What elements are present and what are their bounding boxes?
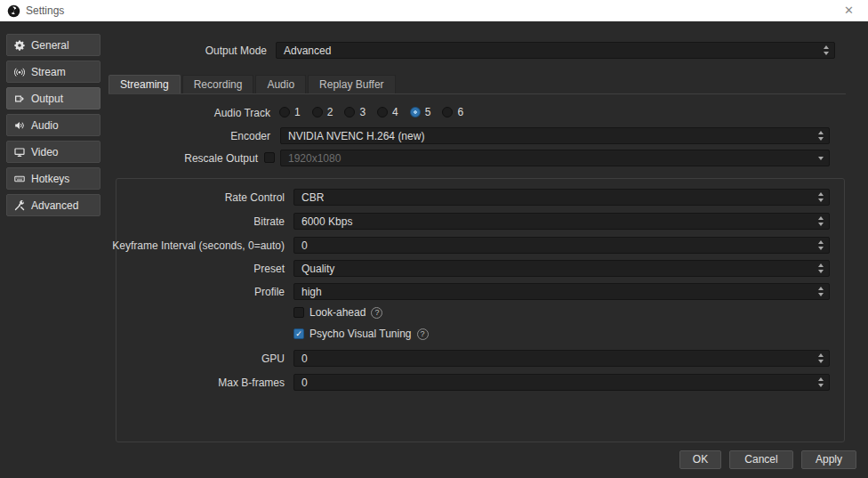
radio-icon [377,107,388,117]
sidebar-item-video[interactable]: Video [6,141,100,163]
rescale-output-label: Rescale Output [114,152,258,165]
sidebar-item-output[interactable]: Output [6,87,100,109]
tab-replay-buffer[interactable]: Replay Buffer [308,75,396,93]
sidebar-item-advanced[interactable]: Advanced [6,194,100,216]
dropdown-arrows-icon[interactable] [822,43,831,58]
help-icon[interactable]: ? [371,307,382,319]
sidebar-item-general[interactable]: General [6,34,100,56]
radio-icon [442,107,453,117]
look-ahead-label: Look-ahead [309,306,366,319]
radio-label: 5 [425,106,431,118]
spinner-arrows-icon[interactable] [816,238,825,253]
preset-select[interactable]: Quality [293,260,830,277]
titlebar: Settings ✕ [0,0,868,21]
sidebar-item-label: Video [31,146,58,158]
sidebar-item-label: Hotkeys [31,173,69,185]
bitrate-label: Bitrate [123,215,285,228]
obs-logo-icon [7,4,20,18]
rescale-output-select[interactable]: 1920x1080 [280,150,830,166]
psycho-visual-tuning-checkbox[interactable]: ✓ [293,328,304,339]
output-mode-label: Output Mode [114,45,267,57]
tab-label: Recording [194,78,243,91]
gpu-label: GPU [123,352,285,365]
spinner-arrows-icon[interactable] [816,351,825,366]
radio-icon [312,107,323,117]
encoder-label: Encoder [114,130,270,142]
keyframe-interval-value: 0 [301,239,308,252]
keyframe-interval-spinbox[interactable]: 0 [293,237,830,254]
gear-icon [14,40,25,51]
audio-track-radio-5[interactable]: 5 [410,106,431,118]
broadcast-icon [14,67,25,77]
tab-label: Streaming [120,78,169,91]
audio-track-radio-6[interactable]: 6 [442,106,463,118]
sidebar-item-label: General [31,39,69,52]
speaker-icon [14,120,25,131]
spinner-arrows-icon[interactable] [816,214,825,229]
ok-button[interactable]: OK [679,450,721,469]
radio-label: 1 [294,106,301,118]
psycho-visual-tuning-row: ✓ Psycho Visual Tuning ? [293,328,429,340]
help-icon[interactable]: ? [417,328,429,340]
gpu-value: 0 [301,352,308,365]
close-button[interactable]: ✕ [837,0,861,21]
profile-select[interactable]: high [293,283,830,300]
output-tabs: Streaming Recording Audio Replay Buffer [108,75,396,94]
tab-streaming[interactable]: Streaming [108,75,181,93]
output-mode-select[interactable]: Advanced [276,42,835,59]
dropdown-arrows-icon[interactable] [816,284,825,299]
dropdown-arrows-icon[interactable] [816,261,825,276]
max-b-frames-spinbox[interactable]: 0 [293,374,830,391]
audio-track-label: Audio Track [114,107,270,119]
dropdown-arrows-icon[interactable] [816,128,825,143]
sidebar-item-label: Advanced [31,199,78,212]
sidebar-item-label: Stream [31,66,66,78]
sidebar-item-label: Audio [31,119,59,132]
bitrate-spinbox[interactable]: 6000 Kbps [293,213,830,230]
radio-label: 3 [359,106,366,118]
dropdown-arrow-icon[interactable] [816,150,825,166]
audio-track-radio-1[interactable]: 1 [279,106,301,118]
radio-label: 6 [457,106,463,118]
max-b-frames-label: Max B-frames [123,377,285,389]
radio-checked-icon [410,107,421,117]
output-icon [14,93,25,104]
gpu-spinbox[interactable]: 0 [293,350,830,367]
rate-control-label: Rate Control [123,191,285,204]
bitrate-value: 6000 Kbps [301,215,352,228]
cancel-button[interactable]: Cancel [729,450,793,469]
rate-control-select[interactable]: CBR [293,189,830,206]
rate-control-value: CBR [301,191,324,204]
audio-track-radio-3[interactable]: 3 [344,106,366,118]
audio-track-options: 1 2 3 4 5 6 [279,106,463,118]
look-ahead-checkbox[interactable] [293,307,304,318]
psycho-visual-tuning-label: Psycho Visual Tuning [309,328,412,340]
settings-window: Settings ✕ General Stream Output Audio V… [0,0,868,478]
radio-label: 2 [327,106,334,118]
rescale-output-checkbox[interactable] [264,152,275,163]
encoder-select[interactable]: NVIDIA NVENC H.264 (new) [280,127,830,144]
sidebar-item-audio[interactable]: Audio [6,114,100,136]
tab-recording[interactable]: Recording [182,75,254,93]
keyboard-icon [14,174,25,184]
tools-icon [14,200,25,211]
profile-label: Profile [123,286,285,298]
audio-track-radio-2[interactable]: 2 [312,106,334,118]
encoder-value: NVIDIA NVENC H.264 (new) [288,130,424,142]
audio-track-radio-4[interactable]: 4 [377,106,398,118]
apply-button[interactable]: Apply [801,450,856,469]
profile-value: high [301,286,322,298]
sidebar-item-label: Output [31,93,63,105]
monitor-icon [14,147,25,158]
max-b-frames-value: 0 [301,377,308,389]
tab-label: Audio [267,78,294,91]
sidebar-item-stream[interactable]: Stream [6,61,100,83]
preset-label: Preset [123,263,285,275]
sidebar-item-hotkeys[interactable]: Hotkeys [6,167,100,190]
spinner-arrows-icon[interactable] [816,375,825,390]
dropdown-arrows-icon[interactable] [816,190,825,205]
preset-value: Quality [301,263,334,275]
tab-audio[interactable]: Audio [255,75,306,93]
look-ahead-row: Look-ahead ? [293,306,382,319]
tab-label: Replay Buffer [319,78,384,91]
